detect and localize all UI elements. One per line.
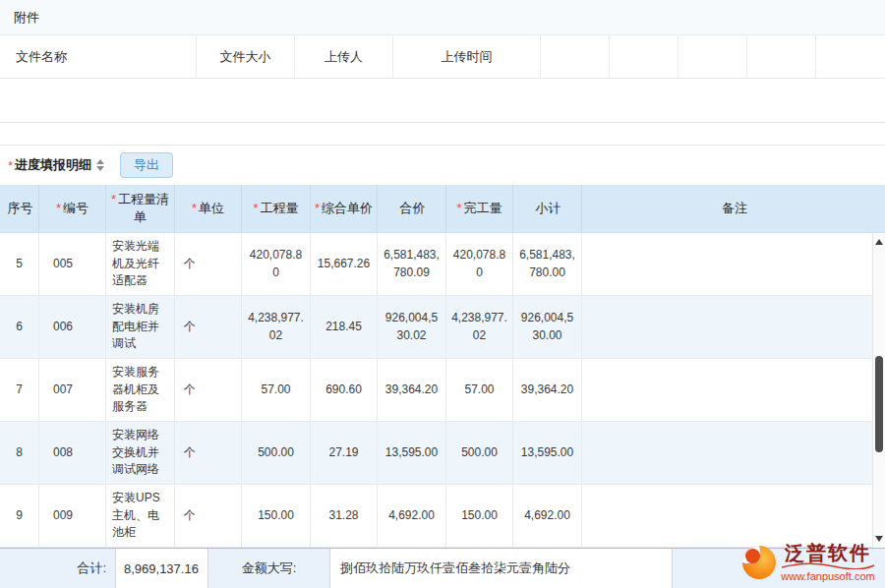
col-header-subtotal: 小计 <box>513 185 582 232</box>
cell-unit-price: 690.60 <box>311 359 378 421</box>
required-mark: * <box>56 201 61 215</box>
col-header-quantity: *工程量 <box>242 185 311 232</box>
cell-quantity: 420,078.80 <box>242 233 311 295</box>
table-row[interactable]: 9 009 安装UPS主机、电池柜 个 150.00 31.28 4,692.0… <box>0 485 885 548</box>
attach-col-filesize: 文件大小 <box>197 35 295 78</box>
scroll-up-button[interactable] <box>873 235 885 249</box>
cell-completed: 4,238,977.02 <box>446 296 513 358</box>
fanpu-logo-icon <box>742 546 776 579</box>
scroll-up-arrow-icon <box>875 239 883 245</box>
col-label: 编号 <box>63 201 88 215</box>
cell-item: 安装机房配电柜并调试 <box>106 296 175 358</box>
cell-seq: 9 <box>0 485 39 547</box>
table-row[interactable]: 8 008 安装网络交换机并调试网络 个 500.00 27.19 13,595… <box>0 422 885 485</box>
vertical-scrollbar[interactable] <box>872 233 885 548</box>
cell-unit: 个 <box>175 422 242 484</box>
cell-subtotal: 4,692.00 <box>513 485 582 547</box>
export-button[interactable]: 导出 <box>120 152 173 178</box>
cell-seq: 5 <box>0 233 39 295</box>
cell-completed: 57.00 <box>446 359 513 421</box>
attach-col-empty <box>541 35 610 78</box>
col-label: 工程量 <box>261 201 299 215</box>
attach-col-empty <box>610 35 678 78</box>
required-mark: * <box>315 201 320 215</box>
required-mark: * <box>8 158 13 173</box>
attach-col-empty <box>678 35 747 78</box>
col-header-unit: *单位 <box>175 185 242 232</box>
cell-unit: 个 <box>175 359 242 421</box>
vendor-brand-block: 泛普软件 www.fanpusoft.com <box>781 543 875 582</box>
cell-completed: 420,078.80 <box>446 233 513 295</box>
cell-unit-price: 31.28 <box>311 485 378 547</box>
amount-words-value: 捌佰玖拾陆万玖仟壹佰叁拾柒元壹角陆分 <box>330 549 673 588</box>
cell-item: 安装网络交换机并调试网络 <box>106 422 175 484</box>
attachments-title-label: 附件 <box>14 9 39 27</box>
sort-spinner-icon[interactable] <box>96 159 104 171</box>
cell-item: 安装光端机及光纤适配器 <box>106 233 175 295</box>
cell-subtotal: 39,364.20 <box>513 359 582 421</box>
cell-code: 006 <box>39 296 106 358</box>
attach-col-uploader: 上传人 <box>295 35 393 78</box>
cell-remark <box>582 359 885 421</box>
detail-table-header-row: 序号 *编号 *工程量清单 *单位 *工程量 *综合单价 合价 *完工量 小计 … <box>0 185 885 233</box>
cell-total-price: 926,004,530.02 <box>378 296 446 358</box>
attach-col-empty <box>747 35 816 78</box>
brand-wave-underline <box>781 562 875 569</box>
cell-remark <box>582 296 885 358</box>
cell-unit: 个 <box>175 233 242 295</box>
cell-total-price: 4,692.00 <box>378 485 446 547</box>
cell-subtotal: 13,595.00 <box>513 422 582 484</box>
cell-unit-price: 15,667.26 <box>311 233 378 295</box>
cell-completed: 150.00 <box>446 485 513 547</box>
cell-quantity: 150.00 <box>242 485 311 547</box>
col-label: 工程量清单 <box>118 192 169 224</box>
col-label: 合价 <box>400 201 426 215</box>
amount-words-label: 金额大写: <box>208 549 330 588</box>
col-header-unit-price: *综合单价 <box>311 185 378 232</box>
detail-table: 序号 *编号 *工程量清单 *单位 *工程量 *综合单价 合价 *完工量 小计 … <box>0 185 885 548</box>
attachments-section-title: 附件 <box>0 0 885 34</box>
cell-total-price: 6,581,483,780.09 <box>378 233 446 295</box>
vendor-watermark: 泛普软件 www.fanpusoft.com <box>742 543 875 582</box>
cell-code: 009 <box>39 485 106 547</box>
attach-col-empty <box>816 35 885 78</box>
table-row[interactable]: 7 007 安装服务器机柜及服务器 个 57.00 690.60 39,364.… <box>0 359 885 422</box>
page: 附件 文件名称 文件大小 上传人 上传时间 * 进度填报明细 导出 序号 *编号… <box>0 0 885 588</box>
col-header-boq: *工程量清单 <box>106 185 175 232</box>
table-row[interactable]: 6 006 安装机房配电柜并调试 个 4,238,977.02 218.45 9… <box>0 296 885 359</box>
col-header-seq: 序号 <box>0 185 39 232</box>
cell-code: 007 <box>39 359 106 421</box>
cell-unit: 个 <box>175 296 242 358</box>
total-value: 8,969,137.16 <box>116 549 208 588</box>
cell-subtotal: 6,581,483,780.00 <box>513 233 582 295</box>
attachments-empty-body <box>0 79 885 123</box>
required-mark: * <box>456 201 461 215</box>
cell-item: 安装服务器机柜及服务器 <box>106 359 175 421</box>
sort-down-arrow-icon <box>96 166 104 171</box>
required-mark: * <box>253 201 258 215</box>
col-label: 单位 <box>199 201 224 215</box>
cell-item: 安装UPS主机、电池柜 <box>106 485 175 547</box>
cell-subtotal: 926,004,530.00 <box>513 296 582 358</box>
scrollbar-thumb[interactable] <box>875 356 883 452</box>
cell-seq: 8 <box>0 422 39 484</box>
cell-remark <box>582 422 885 484</box>
col-label: 综合单价 <box>322 201 373 215</box>
cell-code: 008 <box>39 422 106 484</box>
total-label: 合计: <box>0 549 116 588</box>
scroll-down-arrow-icon <box>875 536 883 542</box>
cell-quantity: 4,238,977.02 <box>242 296 311 358</box>
table-row[interactable]: 5 005 安装光端机及光纤适配器 个 420,078.80 15,667.26… <box>0 233 885 296</box>
cell-code: 005 <box>39 233 106 295</box>
attach-col-filename: 文件名称 <box>0 35 197 78</box>
detail-section-title: 进度填报明细 <box>15 156 91 174</box>
col-header-remark: 备注 <box>582 185 885 232</box>
vendor-brand-name: 泛普软件 <box>785 543 871 563</box>
cell-quantity: 57.00 <box>242 359 311 421</box>
cell-remark <box>582 485 885 547</box>
cell-total-price: 13,595.00 <box>378 422 446 484</box>
vendor-url: www.fanpusoft.com <box>781 570 874 582</box>
col-header-total-price: 合价 <box>378 185 446 232</box>
col-label: 完工量 <box>464 201 502 215</box>
cell-seq: 6 <box>0 296 39 358</box>
